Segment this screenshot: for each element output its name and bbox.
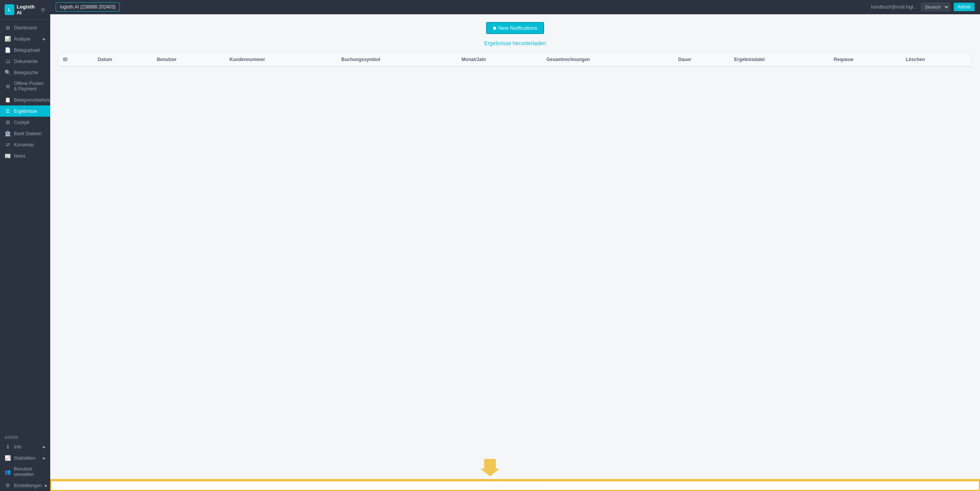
notifications-area: New Notifications [58,22,972,34]
nav-icon-dokumente: 🗂 [5,58,11,64]
client-button[interactable]: logisth.AI (238888 202403) [56,2,120,12]
col-dauer: Dauer [674,53,730,66]
col-buchungssymbol: Buchungssymbol [337,53,457,66]
sidebar-item-dashboard[interactable]: ⊞ Dashboard [0,22,50,33]
nav-label-belegsuche: Belegsuche [14,70,38,75]
sidebar-item-belegsuche[interactable]: 🔍 Belegsuche [0,67,50,78]
nav-label-cockpit: Cockpit [14,120,29,125]
nav-icon-belegupload: 📄 [5,47,11,53]
footer-text: © Logisth.AI 2018-2024 v3.1.8 [487,483,544,488]
nav-label-belegupload: Belegupload [14,48,40,53]
nav-icon-konverter: ⇄ [5,142,11,148]
nav-icon-belegsuche: 🔍 [5,70,11,75]
admin-arrow-info: ▶ [43,445,46,449]
sidebar-item-belegverarbeitung[interactable]: 📋 Belegverarbeitung [0,94,50,105]
sidebar-item-cockpit[interactable]: ⊞ Cockpit [0,117,50,128]
nav-icon-news: 📰 [5,153,11,159]
sidebar-nav: ⊞ Dashboard 📊 Analyse ▶ 📄 Belegupload 🗂 … [0,20,50,431]
nav-icon-analyse: 📊 [5,36,11,42]
table-header-row: IDDatumBenutzerKundennummerBuchungssymbo… [58,53,972,66]
logo-icon: L [5,4,14,15]
col-id: ID [58,53,93,66]
admin-icon-info: ℹ [5,444,11,450]
nav-icon-cockpit: ⊞ [5,119,11,125]
settings-icon[interactable]: ⚙ [41,7,46,13]
nav-icon-offene-posten: ⊞ [5,83,11,89]
results-table: IDDatumBenutzerKundennummerBuchungssymbo… [58,53,972,66]
topbar-right: handbuch@mail.logi... DeutschEnglish Adm… [871,3,975,11]
admin-label-einstellungen: Einstellungen [14,483,42,488]
content: New Notifications Ergebnisse herunterlad… [50,14,980,479]
col-l-schen: Löschen [901,53,972,66]
notifications-label: New Notifications [499,25,537,31]
admin-icon-statistiken: 📈 [5,455,11,461]
sidebar-item-bank-dateien[interactable]: 🏦 Bank Dateien [0,128,50,139]
nav-label-konverter: Konverter [14,142,34,148]
admin-item-info[interactable]: ℹ Info ▶ [0,441,50,452]
admin-label-info: Info [14,444,22,450]
nav-label-analyse: Analyse [14,36,31,42]
notification-dot [493,27,496,30]
admin-icon-benutzer-verwalten: 👥 [5,469,11,475]
nav-label-offene-posten: Offene Posten & Payment [14,81,46,92]
nav-icon-bank-dateien: 🏦 [5,131,11,136]
nav-icon-dashboard: ⊞ [5,25,11,31]
col-benutzer: Benutzer [152,53,225,66]
col-datum: Datum [93,53,152,66]
topbar: logisth.AI (238888 202403) handbuch@mail… [50,0,980,14]
download-link[interactable]: Ergebnisse herunterladen [484,40,546,46]
col-monat-jahr: Monat/Jahr [457,53,542,66]
col-gesamtrechnungen: Gesamtrechnungen [542,53,674,66]
admin-nav: ℹ Info ▶ 📈 Statistiken ▶ 👥 Benutzer verw… [0,441,50,491]
admin-button[interactable]: Admin [954,3,975,11]
lang-select[interactable]: DeutschEnglish [921,3,950,11]
sidebar-item-ergebnisse[interactable]: ☰ Ergebnisse [0,105,50,117]
nav-label-ergebnisse: Ergebnisse [14,109,37,114]
sidebar-item-offene-posten[interactable]: ⊞ Offene Posten & Payment [0,78,50,94]
sidebar-item-belegupload[interactable]: 📄 Belegupload [0,44,50,56]
sidebar: L Logisth AI ⚙ ⊞ Dashboard 📊 Analyse ▶ 📄… [0,0,50,491]
sidebar-item-dokumente[interactable]: 🗂 Dokumente [0,56,50,67]
download-section: Ergebnisse herunterladen [58,40,972,46]
sidebar-logo: L Logisth AI ⚙ [0,0,50,20]
col-kundennummer: Kundennummer [225,53,337,66]
col-requeue: Requeue [829,53,901,66]
nav-arrow-analyse: ▶ [43,37,46,41]
user-email: handbuch@mail.logi... [871,4,917,10]
main: logisth.AI (238888 202403) handbuch@mail… [50,0,980,491]
nav-label-dashboard: Dashboard [14,25,37,31]
nav-label-belegverarbeitung: Belegverarbeitung [14,97,50,103]
admin-label-benutzer-verwalten: Benutzer verwalten [14,466,46,477]
sidebar-item-analyse[interactable]: 📊 Analyse ▶ [0,33,50,44]
logo-text: Logisth AI [17,4,38,15]
sidebar-item-konverter[interactable]: ⇄ Konverter [0,139,50,150]
admin-label-statistiken: Statistiken [14,455,35,461]
sidebar-item-news[interactable]: 📰 News [0,150,50,161]
admin-item-benutzer-verwalten[interactable]: 👥 Benutzer verwalten [0,464,50,480]
col-ergebnisdatei: Ergebnisdatei [730,53,829,66]
results-table-wrapper: IDDatumBenutzerKundennummerBuchungssymbo… [58,53,972,67]
nav-icon-belegverarbeitung: 📋 [5,97,11,103]
admin-arrow-einstellungen: ▶ [45,484,48,488]
admin-section-label: ADMIN [0,431,50,441]
nav-icon-ergebnisse: ☰ [5,108,11,114]
admin-item-einstellungen[interactable]: ⚙ Einstellungen ▶ [0,480,50,491]
admin-arrow-statistiken: ▶ [43,456,46,460]
table-header: IDDatumBenutzerKundennummerBuchungssymbo… [58,53,972,66]
new-notifications-button[interactable]: New Notifications [486,22,544,34]
nav-label-dokumente: Dokumente [14,59,37,64]
nav-label-bank-dateien: Bank Dateien [14,131,42,136]
nav-label-news: News [14,153,26,159]
admin-item-statistiken[interactable]: 📈 Statistiken ▶ [0,452,50,464]
footer: © Logisth.AI 2018-2024 v3.1.8 [50,479,980,491]
admin-icon-einstellungen: ⚙ [5,483,11,488]
